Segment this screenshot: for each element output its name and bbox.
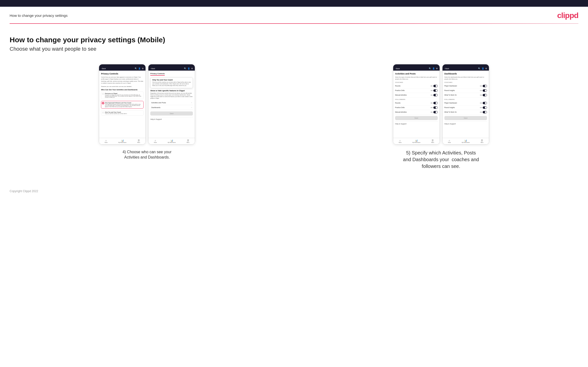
people-icon-2[interactable]: 👤 — [188, 67, 190, 70]
toggle-workOn-coaches-switch[interactable] — [483, 94, 487, 96]
phone-2-nav-perf[interactable]: 📊 My Performance — [168, 139, 176, 143]
home-icon-4: ⌂ — [449, 139, 450, 142]
people-icon-4[interactable]: 👤 — [482, 67, 484, 70]
phone-2-activities-item[interactable]: Activities and Posts › — [150, 100, 193, 105]
phone-4-nav-home[interactable]: ⌂ Home — [448, 139, 451, 143]
toggle-player-followers-switch[interactable] — [483, 102, 487, 104]
phone-1-body: Control how you and your data appears to… — [101, 76, 144, 84]
phone-3-nav-menu[interactable]: ☰ Menu — [432, 139, 434, 143]
toggle-workOn-coaches-label: What To Work On — [444, 94, 457, 96]
phone-4-followers-label: FOLLOWERS — [444, 99, 487, 100]
phone-2-nav-menu[interactable]: ☰ Menu — [187, 139, 189, 143]
phone-3-content: Activities and Posts Select the types of… — [393, 71, 440, 138]
phone-3-nav-perf-label: My Performance — [412, 142, 420, 143]
phone-2: ‹ Back 🔍 👤 ⚙ Privacy Controls Only You a… — [148, 64, 195, 145]
radio-coach-only[interactable]: Only You and Your Coach Only you and the… — [101, 110, 144, 116]
phone-4-nav-perf[interactable]: 📊 My Performance — [462, 139, 470, 143]
phone-1-nav-menu[interactable]: ☰ Menu — [137, 139, 140, 143]
phone-2-save-btn[interactable]: Save — [150, 111, 193, 116]
phone-3: ‹ Back 🔍 👤 ⚙ Activities and Posts Select… — [393, 64, 440, 145]
phone-3-toggle-rounds-coaches[interactable]: Rounds ON — [395, 84, 438, 88]
toggle-player-coaches-switch[interactable] — [483, 85, 487, 87]
menu-icon-2: ☰ — [187, 139, 189, 142]
toggle-rounds-coaches-ctrl: ON — [431, 85, 438, 87]
toggle-drills-coaches-switch[interactable] — [433, 89, 438, 92]
toggle-round-insights-coaches-label: Round Insights — [444, 90, 455, 91]
toggle-round-insights-coaches-switch[interactable] — [483, 89, 487, 92]
search-icon-3[interactable]: 🔍 — [429, 67, 431, 70]
toggle-workOn-followers-switch[interactable] — [483, 111, 487, 113]
settings-icon-3[interactable]: ⚙ — [436, 67, 438, 70]
toggle-manual-coaches-label: Manual Activities — [395, 94, 407, 96]
phone-3-toggle-manual-coaches[interactable]: Manual Activities ON — [395, 93, 438, 98]
phone-2-popup: Only You and Your Coach Only you and the… — [150, 77, 193, 88]
phone-3-toggle-drills-followers[interactable]: Practice Drills ON — [395, 105, 438, 110]
settings-icon[interactable]: ⚙ — [142, 67, 144, 70]
caption-4-text: 4) Choose who can see yourActivities and… — [122, 150, 172, 159]
radio-everyone[interactable]: Everyone on Clippd Everyone on Clippd ca… — [101, 92, 144, 99]
search-icon-2[interactable]: 🔍 — [184, 67, 186, 70]
phone-2-feature-title: Show or hide specific features in Clippd — [150, 90, 193, 92]
phone-3-followers-label: FOLLOWERS — [395, 99, 438, 100]
phone-3-coaches-label: COACHES — [395, 82, 438, 83]
people-icon-3[interactable]: 👤 — [432, 67, 435, 70]
phone-3-nav-home[interactable]: ⌂ Home — [399, 139, 402, 143]
phone-4-toggle-round-insights-followers[interactable]: Round Insights ON — [444, 105, 487, 110]
phone-3-nav: ‹ Back 🔍 👤 ⚙ — [393, 66, 440, 71]
phone-4-nav-home-label: Home — [448, 142, 451, 143]
phone-1-back[interactable]: ‹ Back — [101, 68, 106, 69]
phone-1-section-title: Privacy Controls — [101, 73, 144, 75]
phone-3-nav-menu-label: Menu — [432, 142, 434, 143]
toggle-rounds-followers-switch[interactable] — [433, 102, 438, 104]
phone-3-toggle-rounds-followers[interactable]: Rounds ON — [395, 101, 438, 105]
settings-icon-2[interactable]: ⚙ — [191, 67, 193, 70]
phone-4-nav-menu[interactable]: ☰ Menu — [481, 139, 483, 143]
phone-1-nav-menu-label: Menu — [137, 142, 140, 143]
search-icon-4[interactable]: 🔍 — [478, 67, 481, 70]
phone-3-back[interactable]: ‹ Back — [395, 68, 400, 69]
search-icon[interactable]: 🔍 — [135, 67, 137, 70]
toggle-drills-followers-switch[interactable] — [433, 106, 438, 109]
performance-icon-3: 📊 — [415, 139, 418, 142]
radio-followers-desc: Only approved followers and coaches you … — [105, 104, 142, 107]
activities-label: Activities and Posts — [151, 102, 166, 103]
phone-4-toggle-workOn-coaches[interactable]: What To Work On ON — [444, 93, 487, 98]
toggle-drills-followers-label: Practice Drills — [395, 107, 405, 108]
phone-4-toggle-player-coaches[interactable]: Player Dashboard ON — [444, 84, 487, 88]
phone-1-sub-title: Who Can See Your Activities and Dashboar… — [101, 89, 144, 91]
toggle-round-insights-followers-switch[interactable] — [483, 106, 487, 109]
toggle-manual-followers-switch[interactable] — [433, 111, 438, 113]
radio-followers[interactable]: Only Approved Followers and Your Coach O… — [101, 101, 144, 108]
phone-4-save-btn[interactable]: Save — [444, 116, 487, 120]
phone-3-bottom-nav: ⌂ Home 📊 My Performance ☰ Menu — [393, 138, 440, 144]
people-icon[interactable]: 👤 — [138, 67, 141, 70]
toggle-workOn-coaches-ctrl: ON — [480, 94, 487, 96]
phone-4-nav-perf-label: My Performance — [462, 142, 470, 143]
phone-1-nav-home[interactable]: ⌂ Home — [105, 139, 107, 143]
toggle-drills-coaches-label: Practice Drills — [395, 90, 405, 91]
phone-3-toggle-drills-coaches[interactable]: Practice Drills ON — [395, 88, 438, 93]
toggle-manual-followers-ctrl: ON — [431, 111, 438, 113]
toggle-rounds-coaches-switch[interactable] — [433, 85, 438, 87]
phone-1-nav: ‹ Back 🔍 👤 ⚙ — [99, 66, 146, 71]
phones-pair-right: ‹ Back 🔍 👤 ⚙ Activities and Posts Select… — [393, 64, 489, 145]
phone-2-nav-home[interactable]: ⌂ Home — [154, 139, 157, 143]
phone-3-help: Help & Support — [395, 122, 438, 126]
phone-2-back[interactable]: ‹ Back — [150, 68, 155, 69]
phone-3-toggle-manual-followers[interactable]: Manual Activities ON — [395, 110, 438, 115]
toggle-round-insights-followers-ctrl: ON — [480, 106, 487, 109]
settings-icon-4[interactable]: ⚙ — [485, 67, 487, 70]
radio-followers-label: Only Approved Followers and Your Coach — [105, 102, 142, 103]
toggle-manual-coaches-switch[interactable] — [433, 94, 438, 96]
phone-4-toggle-workOn-followers[interactable]: What To Work On ON — [444, 110, 487, 115]
phone-1-content: Privacy Controls Control how you and you… — [99, 71, 146, 138]
phone-2-dashboards-item[interactable]: Dashboards › — [150, 105, 193, 110]
phone-4-toggle-round-insights-coaches[interactable]: Round Insights ON — [444, 88, 487, 93]
performance-icon-4: 📊 — [464, 139, 467, 142]
menu-icon-3: ☰ — [432, 139, 434, 142]
phone-4-toggle-player-followers[interactable]: Player Dashboard ON — [444, 101, 487, 105]
phone-3-nav-perf[interactable]: 📊 My Performance — [412, 139, 420, 143]
phone-1-nav-perf[interactable]: 📊 My Performance — [119, 139, 127, 143]
phone-4-back[interactable]: ‹ Back — [444, 68, 449, 69]
phone-3-save-btn[interactable]: Save — [395, 116, 438, 120]
